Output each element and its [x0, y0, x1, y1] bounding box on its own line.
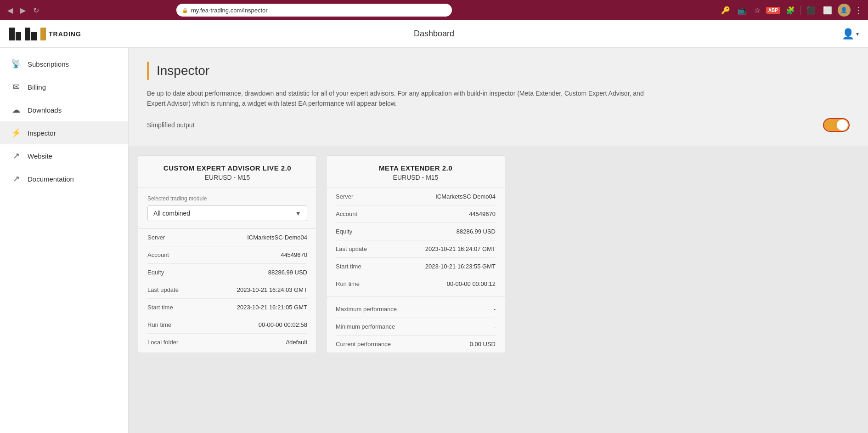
back-button[interactable]: ◀ [6, 4, 15, 17]
data-value: 44549670 [281, 251, 307, 258]
inspector-accent [147, 62, 149, 80]
subscriptions-icon: 📡 [11, 59, 21, 69]
widget-title-custom-ea: CUSTOM EXPERT ADVISOR LIVE 2.0 [147, 164, 307, 172]
sidebar-label-downloads: Downloads [28, 106, 62, 114]
data-row: Account 44549670 [147, 246, 307, 264]
logo-block [9, 28, 15, 40]
user-icon[interactable]: 👤 [842, 28, 854, 40]
logo-block [31, 32, 37, 40]
data-value: 00-00-00 00:02:58 [259, 321, 307, 328]
website-icon: ↗ [11, 151, 21, 161]
extensions-icon[interactable]: 🧩 [784, 5, 797, 16]
data-value: ICMarketsSC-Demo04 [435, 193, 496, 200]
simplified-output-row: Simplified output [147, 118, 850, 132]
data-row: Minimum performance - [336, 318, 496, 336]
data-label: Account [147, 251, 169, 258]
data-row: Last update 2023-10-21 16:24:07 GMT [336, 240, 496, 258]
tab-search-icon[interactable]: ⬛ [805, 5, 817, 16]
data-row: Equity 88286.99 USD [147, 264, 307, 281]
data-label: Account [336, 211, 357, 217]
logo-group-1 [9, 28, 21, 40]
data-value: 2023-10-21 16:24:03 GMT [237, 286, 307, 293]
simplified-output-toggle[interactable] [823, 118, 850, 132]
data-label: Run time [147, 321, 171, 328]
logo-blocks [9, 28, 46, 40]
logo-group-2 [25, 28, 37, 40]
sidebar-item-website[interactable]: ↗ Website [0, 144, 128, 167]
data-row: Run time 00-00-00 00:02:58 [147, 316, 307, 334]
module-select-area: Selected trading module All combined ▼ [138, 188, 316, 229]
data-row: Server ICMarketsSC-Demo04 [147, 229, 307, 246]
sidebar: 📡 Subscriptions ✉ Billing ☁ Downloads ⚡ … [0, 48, 129, 433]
data-value: 2023-10-21 16:21:05 GMT [237, 304, 307, 311]
data-value: ICMarketsSC-Demo04 [247, 234, 307, 241]
content-area: Inspector Be up to date about performanc… [129, 48, 868, 433]
cast-icon[interactable]: 📺 [736, 5, 749, 16]
data-value: - [494, 306, 496, 313]
widget-subtitle-meta-extender: EURUSD - M15 [336, 174, 496, 181]
logo-text: TRADING [49, 30, 81, 38]
forward-button[interactable]: ▶ [18, 4, 28, 17]
widget-subtitle-custom-ea: EURUSD - M15 [147, 174, 307, 181]
sidebar-label-subscriptions: Subscriptions [28, 60, 69, 68]
data-label: Start time [147, 304, 173, 311]
widget-card-custom-ea: CUSTOM EXPERT ADVISOR LIVE 2.0 EURUSD - … [138, 155, 317, 353]
simplified-output-label: Simplified output [147, 121, 195, 129]
window-icon[interactable]: ⬜ [821, 5, 834, 16]
widget-data-rows-meta: Server ICMarketsSC-Demo04 Account 445496… [327, 188, 505, 292]
address-bar[interactable]: 🔒 my.fea-trading.com/inspector [176, 4, 452, 17]
user-dropdown-arrow[interactable]: ▾ [856, 31, 859, 37]
sidebar-item-inspector[interactable]: ⚡ Inspector [0, 121, 128, 144]
inspector-header: Inspector Be up to date about performanc… [129, 48, 868, 146]
widget-card-header-custom-ea: CUSTOM EXPERT ADVISOR LIVE 2.0 EURUSD - … [138, 156, 316, 188]
browser-right-icons: 🔑 📺 ☆ ABP 🧩 ⬛ ⬜ 👤 ⋮ [719, 4, 862, 17]
sidebar-item-documentation[interactable]: ↗ Documentation [0, 167, 128, 190]
main-layout: 📡 Subscriptions ✉ Billing ☁ Downloads ⚡ … [0, 48, 868, 433]
toggle-container [823, 118, 850, 132]
data-label: Last update [336, 245, 367, 252]
lock-icon: 🔒 [182, 7, 188, 13]
data-value: 88286.99 USD [268, 269, 307, 276]
data-value: 2023-10-21 16:23:55 GMT [425, 263, 496, 270]
logo-block [25, 28, 30, 40]
sidebar-label-documentation: Documentation [28, 175, 74, 183]
data-value: 2023-10-21 16:24:07 GMT [425, 245, 496, 252]
toggle-knob [837, 120, 848, 131]
data-label: Last update [147, 286, 179, 293]
sidebar-item-subscriptions[interactable]: 📡 Subscriptions [0, 52, 128, 75]
inspector-title: Inspector [157, 63, 209, 78]
data-value: 0.00 USD [470, 341, 496, 348]
module-dropdown[interactable]: All combined ▼ [147, 205, 307, 221]
topbar-right: 👤 ▾ [842, 28, 859, 40]
data-label: Local folder [147, 339, 178, 346]
data-value: - [494, 323, 496, 330]
page-wrapper: TRADING Dashboard 👤 ▾ 📡 Subscriptions ✉ … [0, 20, 868, 433]
data-label: Maximum performance [336, 306, 397, 313]
data-label: Run time [336, 280, 360, 287]
data-label: Server [336, 193, 353, 200]
documentation-icon: ↗ [11, 174, 21, 184]
billing-icon: ✉ [11, 82, 21, 92]
menu-button[interactable]: ⋮ [854, 5, 862, 15]
logo-area: TRADING [9, 28, 81, 40]
data-label: Equity [147, 269, 164, 276]
key-icon[interactable]: 🔑 [719, 5, 732, 16]
abp-badge[interactable]: ABP [766, 7, 780, 14]
sidebar-item-downloads[interactable]: ☁ Downloads [0, 98, 128, 121]
data-label: Minimum performance [336, 323, 395, 330]
sidebar-item-billing[interactable]: ✉ Billing [0, 75, 128, 98]
sidebar-label-inspector: Inspector [28, 129, 56, 137]
data-row: Run time 00-00-00 00:00:12 [336, 275, 496, 292]
data-label: Server [147, 234, 165, 241]
reload-button[interactable]: ↻ [31, 4, 41, 17]
data-row: Start time 2023-10-21 16:23:55 GMT [336, 258, 496, 275]
cards-container: CUSTOM EXPERT ADVISOR LIVE 2.0 EURUSD - … [129, 146, 868, 362]
data-row: Server ICMarketsSC-Demo04 [336, 188, 496, 205]
widget-card-meta-extender: META EXTENDER 2.0 EURUSD - M15 Server IC… [326, 155, 505, 353]
data-label: Start time [336, 263, 361, 270]
browser-chrome: ◀ ▶ ↻ 🔒 my.fea-trading.com/inspector 🔑 📺… [0, 0, 868, 20]
widget-data-rows-custom-ea: Server ICMarketsSC-Demo04 Account 445496… [138, 229, 316, 351]
bookmark-star-icon[interactable]: ☆ [752, 5, 762, 16]
profile-avatar[interactable]: 👤 [838, 4, 851, 17]
topbar-title: Dashboard [414, 29, 454, 39]
